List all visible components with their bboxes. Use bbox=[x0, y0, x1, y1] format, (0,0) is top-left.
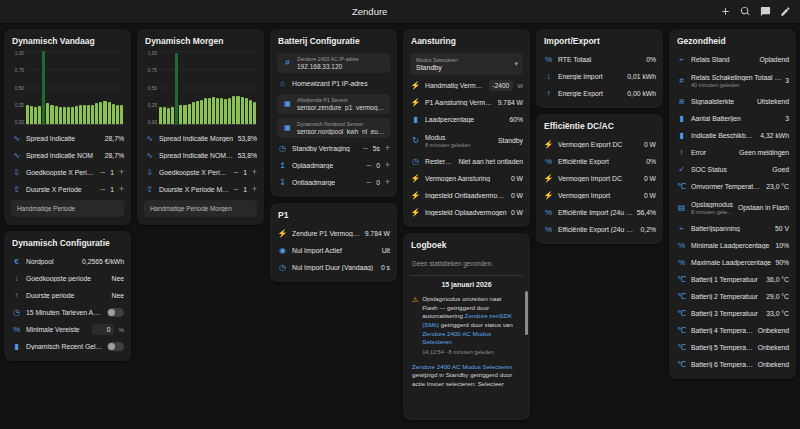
number-input[interactable]: 0 bbox=[92, 324, 114, 335]
plus-button[interactable]: + bbox=[252, 168, 257, 177]
entity-row[interactable]: ⚡Vermogen Export DC0 W bbox=[543, 136, 656, 153]
entity-row[interactable]: ∿Spread Indicatie NOM28,7% bbox=[11, 147, 124, 164]
plus-button[interactable]: + bbox=[119, 168, 124, 177]
entity-row[interactable]: ℃Omvormer Temperatuur23,0 °C bbox=[676, 178, 789, 195]
entity-row[interactable]: ↧Ontlaadmarge–0+ bbox=[277, 174, 390, 191]
entity-row[interactable]: %Efficiëntie Export0% bbox=[543, 153, 656, 170]
entity-row[interactable]: ↻Modus8 minuten geledenStandby bbox=[410, 128, 523, 153]
electric-switch-icon: ⌁ bbox=[676, 56, 687, 64]
entity-row[interactable]: ◷Resterende OntlaadtijdNiet aan het ontl… bbox=[410, 153, 523, 170]
entity-row[interactable]: #Relais Schakelingen Totaal (Vandaag)40 … bbox=[676, 68, 789, 93]
entity-row[interactable]: ⌂Homewizard P1 IP-adres bbox=[277, 75, 390, 92]
chart-bar bbox=[30, 106, 33, 124]
select-field[interactable]: Handmatige Periode bbox=[11, 200, 124, 217]
number-input[interactable]: -2400 bbox=[489, 80, 514, 91]
entity-row[interactable]: ⚡Ingesteld Oplaadvermogen0 W bbox=[410, 204, 523, 221]
entity-row[interactable]: ▮Aantal Batterijen3 bbox=[676, 110, 789, 127]
entity-row[interactable]: ⚡Handmatig Vermogen-2400W bbox=[410, 77, 523, 94]
timer-icon: ◷ bbox=[277, 145, 288, 153]
entity-row[interactable]: ⚡Vermogen Aansturing0 W bbox=[410, 170, 523, 187]
toggle-switch[interactable] bbox=[107, 308, 124, 317]
entity-row[interactable]: ℃Batterij 4 TemperatuurOnbekend bbox=[676, 322, 789, 339]
minus-button[interactable]: – bbox=[101, 185, 106, 194]
entity-row[interactable]: ⇩Goedkoopste X Periode–1+ bbox=[11, 164, 124, 181]
entity-row[interactable]: ℃Batterij 6 TemperatuurOnbekend bbox=[676, 356, 789, 373]
minus-button[interactable]: – bbox=[234, 168, 239, 177]
entity-row[interactable]: ◉Nul Import ActiefUit bbox=[277, 242, 390, 259]
entity-row[interactable]: ⌁Batterijspanning50 V bbox=[676, 220, 789, 237]
entity-row[interactable]: ⚡Vermogen Import DC0 W bbox=[543, 170, 656, 187]
entity-row[interactable]: ▤Opslagmodus8 minuten geledenOpslaan in … bbox=[676, 195, 789, 220]
entity-row[interactable]: ↑Duurste periodeNee bbox=[11, 287, 124, 304]
entity-row[interactable]: ≋SignaalsterkteUitstekend bbox=[676, 93, 789, 110]
entity-row[interactable]: ∿Spread Indicatie NOM Morgen53,8% bbox=[144, 147, 257, 164]
log-entry[interactable]: ⚠ Opslagmodus omzetten naar Flash — getr… bbox=[410, 292, 523, 360]
entity-row[interactable]: %Maximale Laadpercentage90% bbox=[676, 254, 789, 271]
entity-row[interactable]: %RTE Totaal0% bbox=[543, 51, 656, 68]
entity-row[interactable]: ⌁Relais StandOpladend bbox=[676, 51, 789, 68]
entity-row[interactable]: %Minimale Laadpercentage10% bbox=[676, 237, 789, 254]
plus-button[interactable]: + bbox=[119, 185, 124, 194]
minus-button[interactable]: – bbox=[234, 185, 239, 194]
entity-row[interactable]: ⇧Duurste X Periode Morgen–1+ bbox=[144, 181, 257, 198]
plus-button[interactable]: + bbox=[385, 161, 390, 170]
select-field[interactable]: Handmatige Periode Morgen bbox=[144, 200, 257, 217]
entity-name: RTE Totaal bbox=[558, 56, 642, 63]
entity-row[interactable]: ↑Energie Export0,00 kWh bbox=[543, 85, 656, 102]
config-text-field[interactable]: #Zendure 2400 AC IP-adres192.168.33.120 bbox=[277, 53, 390, 73]
entity-name: Vermogen Export DC bbox=[558, 141, 640, 148]
entity-row[interactable]: €Nordpool0,2565 €/kWh bbox=[11, 253, 124, 270]
entity-name: Relais Stand bbox=[691, 56, 756, 63]
entity-row[interactable]: ⇩Goedkoopste X Periode Morgen–1+ bbox=[144, 164, 257, 181]
plus-button[interactable]: + bbox=[385, 178, 390, 187]
entity-link[interactable]: Zendure 2400 AC Modus Selecteren bbox=[422, 330, 491, 346]
entity-row[interactable]: %Efficiëntie Import (24u gemiddeld)56,4% bbox=[543, 204, 656, 221]
entity-row[interactable]: ∿Spread Indicatie28,7% bbox=[11, 130, 124, 147]
entity-row[interactable]: ✓SOC StatusGoed bbox=[676, 161, 789, 178]
entity-row[interactable]: ↓Goedkoopste periodeNee bbox=[11, 270, 124, 287]
entity-row[interactable]: ⇧Duurste X Periode–1+ bbox=[11, 181, 124, 198]
edit-pencil-icon[interactable] bbox=[780, 6, 791, 17]
price-chart-morgen: 1,000,750,500,250,00 bbox=[145, 51, 256, 125]
entity-row[interactable]: ▮Laadpercentage60% bbox=[410, 111, 523, 128]
entity-row[interactable]: ℃Batterij 3 Temperatuur33,0 °C bbox=[676, 305, 789, 322]
entity-row[interactable]: ▮Dynamisch Recent Geladen bbox=[11, 338, 124, 355]
search-icon[interactable] bbox=[740, 6, 751, 17]
timer-icon: ◷ bbox=[277, 264, 288, 272]
entity-row[interactable]: ◷Standby Vertraging–5s+ bbox=[277, 140, 390, 157]
assist-chat-icon[interactable] bbox=[760, 6, 771, 17]
entity-row[interactable]: ℃Batterij 1 Temperatuur36,0 °C bbox=[676, 271, 789, 288]
entity-row[interactable]: ⚡P1 Aansturing Vermogen9.784 W bbox=[410, 94, 523, 111]
select-field[interactable]: Modus SelecterenStandby▾ bbox=[410, 53, 523, 75]
entity-row[interactable]: ◷15 Minuten Tarieven Actief bbox=[11, 304, 124, 321]
scrollbar-thumb[interactable] bbox=[525, 291, 528, 335]
entity-row[interactable]: ◷Nul Import Duur (Vandaag)0 s bbox=[277, 259, 390, 276]
log-timestamp: 14:12:54 - 8 minuten geleden bbox=[422, 349, 517, 357]
minus-button[interactable]: – bbox=[367, 178, 372, 187]
chart-bar bbox=[67, 107, 70, 124]
minus-button[interactable]: – bbox=[367, 161, 372, 170]
plus-icon[interactable] bbox=[720, 6, 731, 17]
entity-row[interactable]: !ErrorGeen meldingen bbox=[676, 144, 789, 161]
entity-row[interactable]: ↓Energie Import0,01 kWh bbox=[543, 68, 656, 85]
chart-bar bbox=[55, 106, 58, 124]
entity-row[interactable]: ℃Batterij 5 TemperatuurOnbekend bbox=[676, 339, 789, 356]
entity-row[interactable]: ▮Indicatie Beschikbare Energie4,32 kWh bbox=[676, 127, 789, 144]
log-entry[interactable]: Zendure 2400 AC Modus Selecteren gewijzi… bbox=[410, 360, 523, 392]
plus-button[interactable]: + bbox=[385, 144, 390, 153]
entity-row[interactable]: %Minimale Vereiste0% bbox=[11, 321, 124, 338]
config-text-field[interactable]: ▣Afwijkende P1 Sensorsensor.zendure_p1_v… bbox=[277, 94, 390, 114]
entity-row[interactable]: ∿Spread Indicatie Morgen53,8% bbox=[144, 130, 257, 147]
minus-button[interactable]: – bbox=[101, 168, 106, 177]
entity-row[interactable]: ⚡Ingesteld Ontlaadvermogen0 W bbox=[410, 187, 523, 204]
entity-link[interactable]: Zendure 2400 AC Modus Selecteren bbox=[412, 363, 512, 370]
plus-button[interactable]: + bbox=[252, 185, 257, 194]
toggle-switch[interactable] bbox=[107, 342, 124, 351]
config-text-field[interactable]: ▣Dynamisch Nordpool Sensorsensor.nordpoo… bbox=[277, 118, 390, 138]
entity-row[interactable]: ℃Batterij 2 Temperatuur29,0 °C bbox=[676, 288, 789, 305]
entity-row[interactable]: ↥Oplaadmarge–0+ bbox=[277, 157, 390, 174]
entity-row[interactable]: ⚡Vermogen Import0 W bbox=[543, 187, 656, 204]
entity-row[interactable]: ⚡Zendure P1 Vermogen Totaal9.784 W bbox=[277, 225, 390, 242]
minus-button[interactable]: – bbox=[363, 144, 368, 153]
entity-row[interactable]: %Efficiëntie Export (24u gemiddeld)0,2% bbox=[543, 221, 656, 238]
